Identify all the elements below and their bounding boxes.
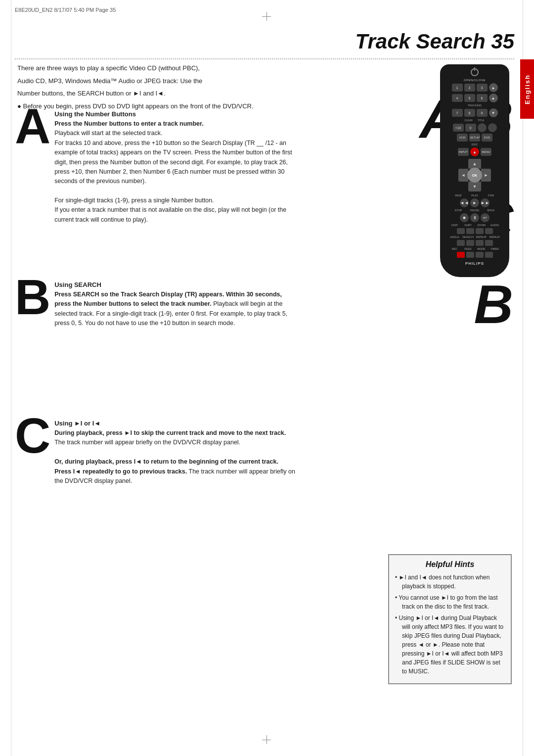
title-label: TITLE [476, 119, 487, 122]
subtitle-label: SUBT [462, 224, 474, 227]
hint-1: • ►I and I◄ does not function when playb… [395, 573, 505, 591]
angle-label: ANGLE [449, 236, 461, 238]
dpad-up[interactable]: ▲ [468, 159, 481, 169]
open-close-label: OPEN/CLOSE [464, 79, 486, 82]
section-b: B Using SEARCH Press SEARCH so the Track… [15, 277, 297, 329]
section-b-letter: B [15, 272, 50, 322]
btn-0[interactable]: 0 [465, 124, 476, 132]
page-title: Track Search 35 [356, 30, 514, 53]
btn-setup[interactable]: SETUP [469, 134, 480, 142]
power-button[interactable] [471, 68, 479, 76]
page-header: E8E20UD_EN2 8/17/07 5:40 PM Page 35 [15, 7, 116, 13]
section-b-heading: Using SEARCH [54, 281, 297, 288]
btn-vcr[interactable]: VCR [457, 134, 468, 142]
back-label: BACK [484, 209, 498, 212]
btn-angle[interactable] [457, 240, 465, 246]
rec-row [457, 252, 493, 258]
section-a-text3: If you enter a track number that is not … [54, 206, 286, 223]
ffw-label: FFW [484, 194, 498, 197]
btn-repeat[interactable] [476, 240, 484, 246]
btn-dvd[interactable]: DVD [482, 134, 492, 142]
btn-stop[interactable]: ■ [460, 213, 469, 222]
btn-5[interactable]: 5 [464, 94, 475, 102]
tracking-label: TRACKING [468, 104, 482, 107]
btn-zoom[interactable] [476, 228, 484, 234]
dpad-ok[interactable]: OK [467, 168, 482, 183]
rec-row-labels: REC FEED MODE TIMER [449, 247, 501, 250]
dpad: ▲ ▼ ◄ ► OK [458, 159, 491, 191]
btn-9[interactable]: 9 [477, 109, 488, 117]
btn-title[interactable] [488, 123, 497, 132]
btn-search[interactable] [466, 240, 474, 246]
btn-ffw[interactable]: ►► [481, 198, 490, 207]
btn-2[interactable]: 2 [464, 84, 475, 92]
section-a-text2: For single-digit tracks (1-9), press a s… [54, 197, 214, 204]
cross-mark-bottom [262, 735, 271, 744]
display-row-labels: DISP SUBT ZOOM AUDIO [449, 224, 501, 227]
btn-1[interactable]: 1 [452, 84, 463, 92]
angle-row-labels: ANGLE SEARCH REPEAT REPEAT [449, 236, 501, 238]
number-row-1: 1 2 3 ▲ [452, 83, 498, 92]
btn-rew[interactable]: ◄◄ [460, 198, 469, 207]
vcr-row: VCR SETUP DVD [457, 134, 492, 142]
btn-down[interactable]: ▼ [489, 108, 498, 117]
btn-feed[interactable] [466, 252, 474, 258]
dpad-left[interactable]: ◄ [458, 169, 468, 182]
section-a-text1: For tracks 10 and above, press the +10 b… [54, 140, 292, 185]
audio-label: AUDIO [489, 224, 501, 227]
btn-rec[interactable] [457, 252, 465, 258]
btn-4[interactable]: 4 [452, 94, 463, 102]
language-tab-label: English [524, 74, 531, 104]
btn-display[interactable] [457, 228, 465, 234]
repeat-label: REPEAT [476, 236, 488, 238]
display-row [457, 228, 493, 234]
hint-2: • You cannot use ►I to go from the last … [395, 593, 505, 611]
btn-ab-repeat[interactable] [485, 240, 493, 246]
helpful-hints-body: • ►I and I◄ does not function when playb… [395, 573, 505, 676]
dpad-down[interactable]: ▼ [468, 182, 481, 191]
search-label: SEARCH [462, 236, 474, 238]
btn-red[interactable]: ▲ [470, 147, 479, 156]
helpful-hints-title: Helpful Hints [395, 560, 505, 569]
dpad-right[interactable]: ► [481, 169, 491, 182]
btn-subtitle[interactable] [466, 228, 474, 234]
feed-label: FEED [462, 247, 474, 250]
timer-label: TIMER [489, 247, 501, 250]
btn-menu[interactable]: MENU [481, 148, 491, 156]
btn-plus10[interactable]: +10 [453, 124, 464, 132]
clear-label: CLEAR [463, 119, 474, 122]
btn-3[interactable]: 3 [477, 84, 488, 92]
rec-label: REC [449, 247, 461, 250]
btn-audio[interactable] [485, 228, 493, 234]
btn-mode[interactable] [476, 252, 484, 258]
btn-8[interactable]: 8 [464, 109, 475, 117]
stop-row-labels: STOP PAUSE BACK [451, 209, 498, 212]
btn-back[interactable]: ↩ [481, 213, 490, 222]
section-c-body: During playback, press ►I to skip the cu… [54, 428, 297, 486]
transport-row2: ■ ⏸ ↩ [460, 213, 490, 222]
btn-clear[interactable] [478, 123, 487, 132]
plus10-row: CLEAR TITLE [463, 119, 487, 122]
page-title-area: Track Search 35 [356, 30, 514, 53]
section-c-letter: C [15, 411, 50, 460]
btn-input[interactable]: INPUT [458, 148, 469, 156]
btn-pause[interactable]: ⏸ [470, 213, 479, 222]
section-a-body: Press the Number buttons to enter a trac… [54, 119, 297, 225]
btn-skip-fwd[interactable]: ▲ [489, 83, 498, 92]
btn-tracking[interactable]: ▲ [489, 94, 498, 102]
btn-timer[interactable] [485, 252, 493, 258]
section-c: C Using ►I or I◄ During playback, press … [15, 416, 297, 486]
deco-b-letter: B [474, 277, 513, 331]
section-a-text0: Playback will start at the selected trac… [54, 130, 162, 137]
btn-6[interactable]: 6 [477, 94, 488, 102]
section-c-bold1: During playback, press ►I to skip the cu… [54, 429, 286, 436]
btn-7[interactable]: 7 [452, 109, 463, 117]
section-a-letter: A [15, 101, 50, 151]
rew-label: REW [451, 194, 466, 197]
btn-play[interactable]: ► [470, 198, 479, 207]
dotted-divider [15, 58, 514, 59]
pause-label: PAUSE [467, 209, 482, 212]
language-tab: English [520, 59, 534, 119]
display-label: DISP [449, 224, 461, 227]
hint-3: • Using ►I or I◄ during Dual Playback wi… [395, 614, 505, 676]
